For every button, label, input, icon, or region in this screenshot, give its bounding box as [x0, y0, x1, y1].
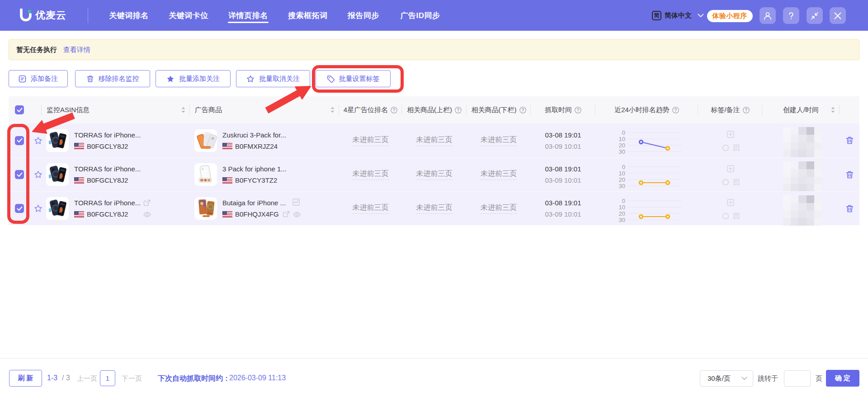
crawl-time-last: 03-09 10:01 [545, 208, 581, 220]
row-checkbox[interactable] [15, 136, 24, 145]
nav-item-1[interactable]: 关键词排名 [108, 0, 149, 31]
delete-row-icon[interactable] [845, 204, 854, 213]
chart-trend-icon[interactable] [292, 198, 300, 206]
bulk-follow-button[interactable]: 批量添加关注 [156, 70, 231, 87]
share-icon[interactable] [283, 211, 290, 217]
sort-icon[interactable] [831, 107, 835, 113]
table-header-col-7: 抓取时间 [531, 96, 595, 123]
notice-bar: 暂无任务执行 查看详情 [9, 39, 859, 60]
next-page-button[interactable]: 下一页 [122, 374, 142, 383]
ad-product-cell: 3 Pack for iphone 1... B0FYCY3TZ2 [190, 158, 339, 191]
help-icon[interactable] [743, 107, 750, 113]
question-icon [787, 11, 796, 20]
us-flag-icon [222, 211, 232, 217]
header-divider [839, 105, 840, 115]
trash-icon [86, 75, 94, 83]
confirm-button[interactable]: 确定 [826, 370, 859, 387]
add-tag-icon[interactable] [727, 131, 734, 138]
product-asin: B0FHQJX4FG [235, 208, 279, 220]
delete-row-icon[interactable] [845, 170, 854, 179]
svg-text:20: 20 [619, 210, 625, 217]
trend-chart: 0102030 [595, 192, 698, 226]
row-checkbox[interactable] [15, 204, 24, 213]
nav-item-label: 报告同步 [348, 10, 379, 21]
refresh-button[interactable]: 刷新 [9, 370, 42, 387]
help-icon[interactable] [672, 107, 679, 113]
related-top-cell: 未进前三页 [402, 123, 467, 157]
language-switcher[interactable]: 简 简体中文 [652, 0, 704, 31]
help-button[interactable] [783, 7, 799, 24]
nav-item-2[interactable]: 关键词卡位 [168, 0, 209, 31]
share-icon[interactable] [143, 199, 151, 206]
star-filled-icon [166, 75, 175, 83]
trend-chart-cell: 0102030 [595, 192, 698, 225]
column-title: 相关商品(上栏) [407, 106, 452, 114]
note-icon[interactable] [733, 144, 740, 151]
table-header-col-2: 监控ASIN信息 [42, 96, 190, 123]
tag-icon [327, 75, 335, 83]
table-header-col-4: 4星广告位排名 [339, 96, 402, 123]
crawl-time-first: 03-08 19:01 [545, 197, 581, 208]
help-icon[interactable] [575, 107, 581, 113]
nav-item-5[interactable]: 报告同步 [347, 0, 380, 31]
us-flag-icon [74, 177, 84, 184]
svg-text:20: 20 [619, 176, 625, 183]
product-asin: B0FMXRJZ24 [235, 141, 278, 152]
brand-logo[interactable]: 优麦云 [20, 9, 66, 22]
page-size-select[interactable]: 30条/页 [700, 370, 753, 387]
table-header-row: 监控ASIN信息 广告商品 4星广告位排名 相关商品(上栏) 相关商品(下栏) … [9, 96, 859, 123]
jump-page-input[interactable] [784, 370, 811, 387]
table-header-col-9: 标签/备注 [698, 96, 762, 123]
nav-item-6[interactable]: 广告ID同步 [399, 0, 442, 31]
sort-icon[interactable] [181, 107, 185, 113]
tag-circle-icon[interactable] [722, 179, 729, 186]
sort-icon[interactable] [330, 107, 335, 113]
user-button[interactable] [760, 7, 776, 24]
help-icon[interactable] [455, 107, 462, 113]
product-image [194, 129, 217, 152]
notice-detail-link[interactable]: 查看详情 [63, 46, 90, 54]
note-icon[interactable] [733, 213, 740, 220]
select-all-checkbox[interactable] [15, 105, 24, 114]
mini-program-button[interactable]: 体验小程序 [707, 10, 753, 22]
add-tag-icon[interactable] [727, 199, 734, 206]
tag-circle-icon[interactable] [722, 144, 729, 151]
note-icon[interactable] [733, 179, 740, 186]
bulk-tag-button[interactable]: 批量设置标签 [316, 70, 391, 87]
row-actions-cell [840, 158, 859, 191]
trend-chart: 0102030 [595, 123, 698, 157]
svg-text:10: 10 [619, 204, 625, 211]
crawl-time-last: 03-09 10:01 [545, 141, 581, 152]
related-bottom-cell: 未进前三页 [467, 158, 531, 191]
add-tag-icon[interactable] [727, 165, 734, 172]
bulk-unfollow-button[interactable]: 批量取消关注 [236, 70, 310, 87]
related-bottom-cell: 未进前三页 [467, 123, 531, 157]
column-title: 相关商品(下栏) [472, 106, 517, 114]
collapse-button[interactable] [807, 7, 823, 24]
tag-note-cell [698, 123, 762, 157]
tag-circle-icon[interactable] [722, 213, 729, 220]
close-button[interactable] [830, 7, 846, 24]
nav-item-3[interactable]: 详情页排名 [228, 0, 269, 31]
nav-item-4[interactable]: 搜索框拓词 [288, 0, 328, 31]
svg-text:30: 30 [619, 183, 625, 189]
notice-text: 暂无任务执行 [16, 46, 57, 54]
help-icon[interactable] [391, 107, 397, 113]
row-actions-cell [840, 123, 859, 157]
remove-monitor-button[interactable]: 移除排名监控 [75, 70, 150, 87]
page: 优麦云 关键词排名 关键词卡位 详情页排名 搜索框拓词 报告同步 广告ID同步 … [0, 0, 868, 397]
check-icon [17, 138, 23, 143]
eye-icon[interactable] [293, 212, 301, 217]
eye-icon[interactable] [143, 212, 151, 217]
row-checkbox[interactable] [15, 170, 24, 179]
asin-product-cell: TORRAS for iPhone... B0FGCLY8J2 [42, 192, 190, 225]
table-header-col-8: 近24小时排名趋势 [595, 96, 698, 123]
current-page-button[interactable]: 1 [100, 370, 115, 386]
pagination-footer: 刷新 1-3 / 3 上一页 1 下一页 下次自动抓取时间约： 2026-03-… [0, 359, 868, 397]
help-icon[interactable] [519, 107, 526, 113]
prev-page-button[interactable]: 上一页 [77, 374, 97, 383]
delete-row-icon[interactable] [845, 136, 854, 145]
add-note-button[interactable]: 添加备注 [9, 70, 68, 87]
us-flag-icon [222, 177, 232, 184]
table-header-col-3: 广告商品 [190, 96, 339, 123]
